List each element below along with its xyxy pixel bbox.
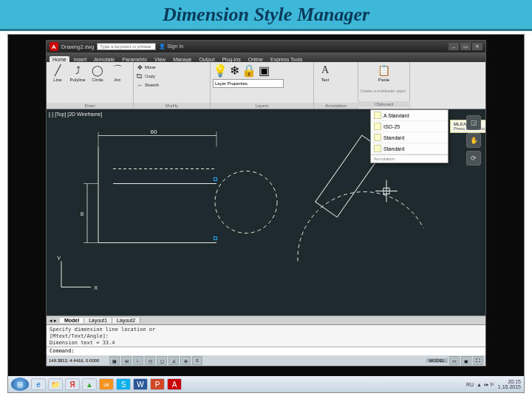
style-item[interactable]: Standard (371, 132, 448, 143)
app-menu-button[interactable]: A (50, 42, 58, 51)
minimize-button[interactable]: – (449, 43, 459, 50)
line-button[interactable]: ╱Line (49, 64, 66, 82)
start-button[interactable]: ⊞ (11, 378, 29, 391)
system-tray[interactable]: RU ▲ 🕪 🏳 20:15 1.10.2015 (466, 379, 521, 389)
tb-ppt[interactable]: P (150, 378, 165, 390)
copy-icon: ⿻ (136, 72, 143, 80)
tb-word[interactable]: W (133, 378, 148, 390)
tab-layout2[interactable]: Layout2 (112, 318, 140, 323)
tab-insert[interactable]: Insert (71, 56, 90, 62)
dimstyle-dropdown: A Standard ISO-25 Standard Standard Anno… (370, 109, 449, 163)
slide-title-bar: Dimension Style Manager (0, 0, 532, 31)
grip[interactable] (214, 236, 217, 240)
tb-explorer[interactable]: 📁 (48, 378, 63, 390)
search-input[interactable] (97, 43, 156, 50)
polyline-button[interactable]: ⤴Polyline (69, 64, 86, 82)
tb-skype[interactable]: S (116, 378, 131, 390)
tab-annotate[interactable]: Annotate (91, 56, 117, 62)
pan-button[interactable]: ✋ (466, 133, 481, 148)
style-item[interactable]: ISO-25 (371, 121, 448, 132)
command-history: Specify dimension line location or [Mtex… (47, 324, 485, 347)
tab-parametric[interactable]: Parametric (119, 56, 150, 62)
stretch-icon: ↔ (136, 81, 143, 89)
freeze-icon: ❄ (230, 64, 239, 78)
windows-taskbar: ⊞ e 📁 Я ▲ ok S W P A RU ▲ 🕪 🏳 20:15 1.10… (8, 376, 524, 392)
slide-title: Dimension Style Manager (163, 4, 369, 26)
panel-modify: ✥Move ⿻Copy ↔Stretch Modify (134, 62, 211, 109)
snap-button[interactable]: ▦ (109, 356, 120, 365)
lock-icon: 🔒 (242, 64, 256, 78)
style-footer: Annotation (371, 154, 448, 163)
document-title: Drawing2.dwg (61, 44, 94, 50)
tb-yandex[interactable]: Я (65, 378, 80, 390)
circle-button[interactable]: ◯Circle (89, 64, 106, 82)
screenshot-area: A Drawing2.dwg 👤 Sign In – ▭ ✕ Home Inse… (7, 34, 525, 393)
stretch-button[interactable]: ↔Stretch (136, 81, 208, 89)
command-input[interactable]: Command: (47, 347, 485, 355)
grid-button[interactable]: ⊞ (121, 356, 132, 365)
line-icon: ╱ (51, 64, 64, 77)
layout-tabs: ◂ ▸ Model Layout1 Layout2 (47, 316, 485, 324)
tab-view[interactable]: View (151, 56, 168, 62)
bulb-icon: 💡 (213, 64, 228, 78)
navcube-button[interactable]: ◲ (466, 115, 481, 130)
orbit-button[interactable]: ⟳ (466, 151, 481, 166)
tb-app[interactable]: ▲ (82, 378, 97, 390)
arc-button[interactable]: ⌒Arc (109, 64, 126, 82)
ucs-y: Y (57, 255, 61, 262)
dim-top: 60 (151, 129, 157, 135)
sb-btn[interactable]: ⛶ (473, 356, 483, 365)
nav-controls: ◲ ✋ ⟳ (466, 115, 482, 197)
close-button[interactable]: ✕ (472, 43, 482, 50)
lwt-button[interactable]: ≡ (192, 356, 202, 365)
app-titlebar: A Drawing2.dwg 👤 Sign In – ▭ ✕ (47, 41, 485, 52)
osnap-button[interactable]: ◻ (157, 356, 167, 365)
model-indicator[interactable]: MODEL (426, 358, 448, 363)
text-button[interactable]: AText (316, 64, 334, 82)
tb-ie[interactable]: e (31, 378, 46, 390)
panel-annotation: AText Annotation (314, 62, 358, 109)
tab-output[interactable]: Output (196, 56, 217, 62)
grip[interactable] (214, 177, 217, 181)
layer-dropdown[interactable]: Layer Properties (213, 79, 284, 88)
dyn-button[interactable]: ⊕ (180, 356, 191, 365)
copy-button[interactable]: ⿻Copy (136, 72, 208, 80)
text-icon: A (318, 64, 332, 77)
sb-btn[interactable]: ▭ (449, 356, 460, 365)
svg-point-0 (215, 171, 277, 233)
paste-icon: 📋 (378, 64, 391, 77)
sb-btn[interactable]: ▣ (461, 356, 471, 365)
style-swatch-icon (374, 134, 381, 141)
circle-icon: ◯ (91, 64, 104, 77)
hint-text: Creates a multileader object (360, 89, 408, 94)
polar-button[interactable]: ◷ (145, 356, 155, 365)
tab-express[interactable]: Express Tools (267, 56, 305, 62)
ortho-button[interactable]: ∟ (133, 356, 143, 365)
status-bar: 149.3812, 4.4416, 0.0000 ▦ ⊞ ∟ ◷ ◻ ∠ ⊕ ≡… (47, 355, 485, 366)
coordinates: 149.3812, 4.4416, 0.0000 (49, 358, 108, 363)
tab-model[interactable]: Model (60, 318, 84, 323)
ucs-x: X (94, 284, 98, 291)
move-icon: ✥ (136, 64, 143, 71)
panel-clipboard: 📋Paste Creates a multileader object Clip… (358, 62, 410, 109)
tab-home[interactable]: Home (50, 56, 69, 62)
polyline-icon: ⤴ (71, 64, 84, 77)
style-item[interactable]: A Standard (371, 110, 448, 121)
signin-link[interactable]: 👤 Sign In (159, 44, 183, 50)
style-item[interactable]: Standard (371, 143, 448, 154)
tb-autocad[interactable]: A (167, 378, 182, 390)
move-button[interactable]: ✥Move (136, 64, 208, 71)
tab-online[interactable]: Online (245, 56, 266, 62)
drawing-area[interactable]: [-] [Top] [2D Wireframe] (47, 109, 485, 316)
tab-plugins[interactable]: Plug-ins (219, 56, 243, 62)
tab-manage[interactable]: Manage (170, 56, 194, 62)
tb-ok[interactable]: ok (99, 378, 114, 390)
otrack-button[interactable]: ∠ (168, 356, 179, 365)
color-icon: ▣ (259, 64, 270, 78)
ribbon-tabs: Home Insert Annotate Parametric View Man… (47, 52, 485, 62)
paste-button[interactable]: 📋Paste (360, 64, 408, 82)
style-swatch-icon (374, 112, 381, 119)
panel-layers: 💡 ❄ 🔒 ▣ Layer Properties Layers (211, 62, 314, 109)
tab-layout1[interactable]: Layout1 (84, 318, 112, 323)
maximize-button[interactable]: ▭ (460, 43, 471, 50)
